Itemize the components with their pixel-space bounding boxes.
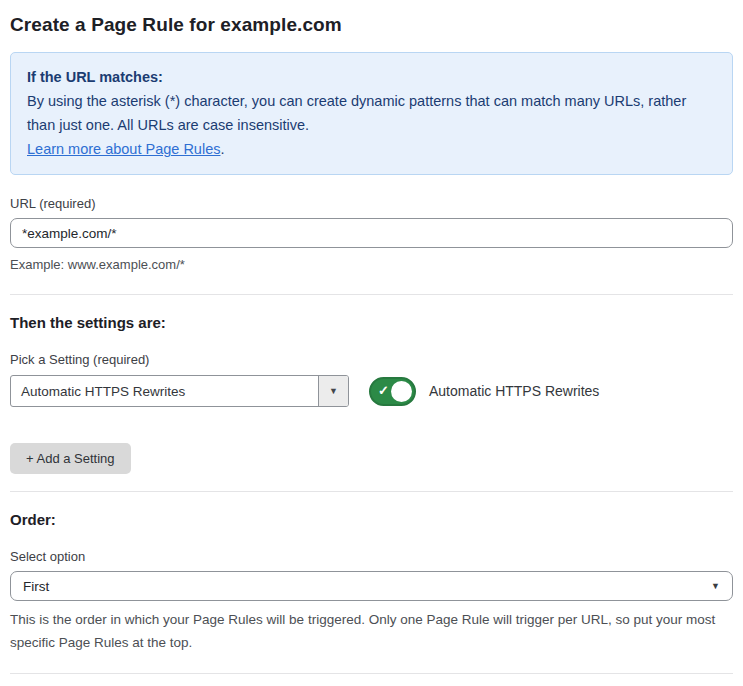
chevron-down-icon: ▼ [711, 581, 720, 591]
info-box-heading: If the URL matches: [27, 65, 716, 89]
create-page-rule-form: Create a Page Rule for example.com If th… [0, 0, 743, 686]
divider [10, 294, 733, 295]
setting-select-value: Automatic HTTPS Rewrites [11, 376, 318, 406]
order-select-value: First [23, 579, 49, 594]
url-field-label: URL (required) [10, 196, 733, 211]
setting-select[interactable]: Automatic HTTPS Rewrites ▼ [10, 375, 349, 407]
page-title: Create a Page Rule for example.com [10, 14, 733, 36]
order-helper-text: This is the order in which your Page Rul… [10, 609, 730, 654]
order-select-label: Select option [10, 549, 733, 564]
settings-section-heading: Then the settings are: [10, 314, 733, 331]
url-example-helper: Example: www.example.com/* [10, 257, 733, 272]
toggle-label: Automatic HTTPS Rewrites [429, 383, 599, 399]
chevron-down-icon[interactable]: ▼ [318, 376, 348, 406]
toggle-knob [391, 381, 412, 402]
link-suffix: . [220, 141, 224, 157]
learn-more-link[interactable]: Learn more about Page Rules [27, 141, 220, 157]
https-rewrites-toggle[interactable]: ✓ [369, 377, 416, 406]
divider [10, 491, 733, 492]
info-box-link-line: Learn more about Page Rules. [27, 137, 716, 161]
url-input[interactable] [10, 218, 733, 248]
setting-row: Automatic HTTPS Rewrites ▼ ✓ Automatic H… [10, 375, 733, 407]
order-select[interactable]: First ▼ [10, 571, 733, 601]
check-icon: ✓ [378, 383, 389, 400]
pick-setting-label: Pick a Setting (required) [10, 352, 733, 367]
add-setting-button[interactable]: + Add a Setting [10, 443, 131, 474]
order-section-heading: Order: [10, 511, 733, 528]
url-matches-info-box: If the URL matches: By using the asteris… [10, 52, 733, 175]
divider [10, 673, 733, 674]
info-box-body: By using the asterisk (*) character, you… [27, 89, 716, 137]
